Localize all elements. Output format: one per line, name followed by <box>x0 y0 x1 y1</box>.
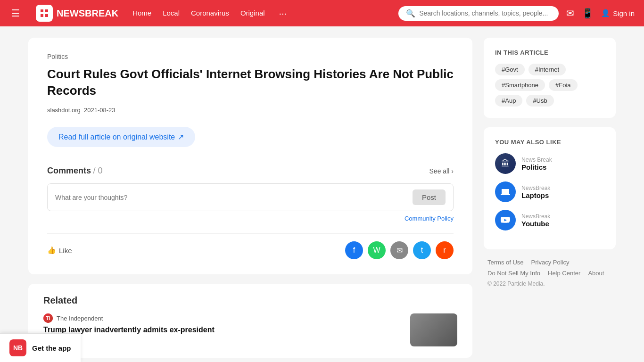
comment-input[interactable] <box>55 194 407 201</box>
footer-help[interactable]: Help Center <box>548 270 580 277</box>
article-footer: 👍 Like f W ✉ t <box>47 233 454 259</box>
share-facebook-button[interactable]: f <box>345 241 363 259</box>
social-share-icons: f W ✉ t r <box>345 241 454 259</box>
article-title: Court Rules Govt Officials' Internet Bro… <box>47 66 454 99</box>
source-name: The Independent <box>57 315 103 322</box>
header-right: 🔍 ✉ 📱 👤 Sign in <box>398 6 635 21</box>
nav-local[interactable]: Local <box>163 9 180 17</box>
see-all-button[interactable]: See all › <box>429 167 454 175</box>
you-may-item-laptops[interactable]: NewsBreak Laptops <box>495 181 604 202</box>
related-section: Related TI The Independent Trump lawyer … <box>28 284 472 358</box>
you-may-item-politics[interactable]: 🏛 News Break Politics <box>495 153 604 174</box>
footer-about[interactable]: About <box>588 270 604 277</box>
get-app-logo: NB <box>9 339 26 356</box>
laptops-avatar <box>495 181 516 202</box>
footer-terms[interactable]: Terms of Use <box>487 259 524 266</box>
logo-icon <box>36 5 53 22</box>
tag-aup[interactable]: #Aup <box>495 95 522 107</box>
thumbs-up-icon: 👍 <box>47 246 56 255</box>
source-logo: TI <box>43 313 53 323</box>
community-policy-link[interactable]: Community Policy <box>47 215 454 222</box>
read-full-label: Read full article on original website <box>58 133 175 141</box>
tags-container: #Govt #Internet #Smartphone #Foia #Aup #… <box>495 64 604 107</box>
get-app-bar: NB Get the app <box>0 333 81 362</box>
logo-text: NEWSBREAK <box>57 8 118 19</box>
tag-govt[interactable]: #Govt <box>495 64 525 75</box>
in-this-article-card: IN THIS ARTICLE #Govt #Internet #Smartph… <box>484 38 616 118</box>
main-nav: Home Local Coronavirus Original <box>132 9 264 17</box>
footer-links-container: Terms of Use Privacy Policy Do Not Sell … <box>484 259 616 287</box>
main-column: Politics Court Rules Govt Officials' Int… <box>28 38 472 358</box>
you-may-name-politics: Politics <box>521 163 552 171</box>
share-reddit-button[interactable]: r <box>436 241 454 259</box>
get-app-label[interactable]: Get the app <box>32 344 71 352</box>
related-item-content: TI The Independent Trump lawyer inadvert… <box>43 313 403 334</box>
article-card: Politics Court Rules Govt Officials' Int… <box>28 38 472 274</box>
share-email-button[interactable]: ✉ <box>390 241 408 259</box>
tag-usb[interactable]: #Usb <box>526 95 553 107</box>
user-icon: 👤 <box>601 9 610 17</box>
nav-original[interactable]: Original <box>240 9 265 17</box>
facebook-icon: f <box>353 246 355 255</box>
post-comment-button[interactable]: Post <box>413 189 446 205</box>
hamburger-button[interactable]: ☰ <box>9 6 22 21</box>
comments-title: Comments / 0 <box>47 166 102 176</box>
comments-label: Comments <box>47 166 91 175</box>
search-icon: 🔍 <box>406 9 415 18</box>
related-source: TI The Independent <box>43 313 403 323</box>
tag-smartphone[interactable]: #Smartphone <box>495 79 545 91</box>
footer-links: Terms of Use Privacy Policy Do Not Sell … <box>487 259 612 277</box>
sign-in-label: Sign in <box>613 9 635 17</box>
tag-internet[interactable]: #Internet <box>528 64 566 75</box>
sidebar: IN THIS ARTICLE #Govt #Internet #Smartph… <box>484 38 616 358</box>
mail-icon[interactable]: ✉ <box>566 8 574 19</box>
article-category: Politics <box>47 53 454 60</box>
you-may-like-title: YOU MAY ALSO LIKE <box>495 139 604 146</box>
footer-privacy[interactable]: Privacy Policy <box>531 259 570 266</box>
youtube-avatar <box>495 210 516 230</box>
in-this-article-title: IN THIS ARTICLE <box>495 49 604 56</box>
like-label: Like <box>59 247 72 255</box>
search-bar[interactable]: 🔍 <box>398 6 559 21</box>
you-may-also-like-card: YOU MAY ALSO LIKE 🏛 News Break Politics … <box>484 127 616 249</box>
related-item: TI The Independent Trump lawyer inadvert… <box>43 313 457 346</box>
footer-copyright: © 2022 Particle Media. <box>487 280 612 287</box>
twitter-icon: t <box>421 246 423 255</box>
you-may-item-youtube[interactable]: NewsBreak Youtube <box>495 210 604 230</box>
you-may-name-laptops: Laptops <box>521 191 550 199</box>
logo[interactable]: NEWSBREAK <box>36 5 118 22</box>
comments-count: / 0 <box>93 166 102 175</box>
sign-in-button[interactable]: 👤 Sign in <box>601 9 635 17</box>
you-may-channel-youtube: NewsBreak <box>521 213 550 220</box>
search-input[interactable] <box>419 9 551 17</box>
email-share-icon: ✉ <box>396 246 403 255</box>
you-may-name-youtube: Youtube <box>521 220 550 228</box>
read-full-article-button[interactable]: Read full article on original website ↗ <box>47 127 195 147</box>
like-button[interactable]: 👍 Like <box>47 246 72 255</box>
comment-input-area: Post <box>47 183 454 211</box>
related-thumbnail <box>410 313 457 346</box>
whatsapp-icon: W <box>373 246 380 255</box>
related-headline: Trump lawyer inadvertently admits ex-pre… <box>43 326 403 334</box>
chevron-right-icon: › <box>451 167 454 175</box>
comments-header: Comments / 0 See all › <box>47 166 454 176</box>
article-date: 2021-08-23 <box>84 107 116 114</box>
share-twitter-button[interactable]: t <box>413 241 431 259</box>
page-content: Politics Court Rules Govt Officials' Int… <box>0 26 644 362</box>
app-header: ☰ NEWSBREAK Home Local Coronavirus Origi… <box>0 0 644 26</box>
external-link-icon: ↗ <box>178 132 184 141</box>
nav-more-button[interactable]: ··· <box>279 8 287 19</box>
politics-avatar: 🏛 <box>495 153 516 174</box>
nav-coronavirus[interactable]: Coronavirus <box>191 9 229 17</box>
share-whatsapp-button[interactable]: W <box>368 241 386 259</box>
footer-do-not-sell[interactable]: Do Not Sell My Info <box>487 270 540 277</box>
you-may-channel-politics: News Break <box>521 156 552 163</box>
tag-foia[interactable]: #Foia <box>549 79 578 91</box>
nav-home[interactable]: Home <box>132 9 151 17</box>
phone-icon[interactable]: 📱 <box>582 8 594 19</box>
related-title: Related <box>43 295 457 306</box>
article-meta: slashdot.org 2021-08-23 <box>47 107 454 114</box>
reddit-icon: r <box>443 246 446 255</box>
you-may-channel-laptops: NewsBreak <box>521 185 550 191</box>
article-source: slashdot.org <box>47 107 81 114</box>
